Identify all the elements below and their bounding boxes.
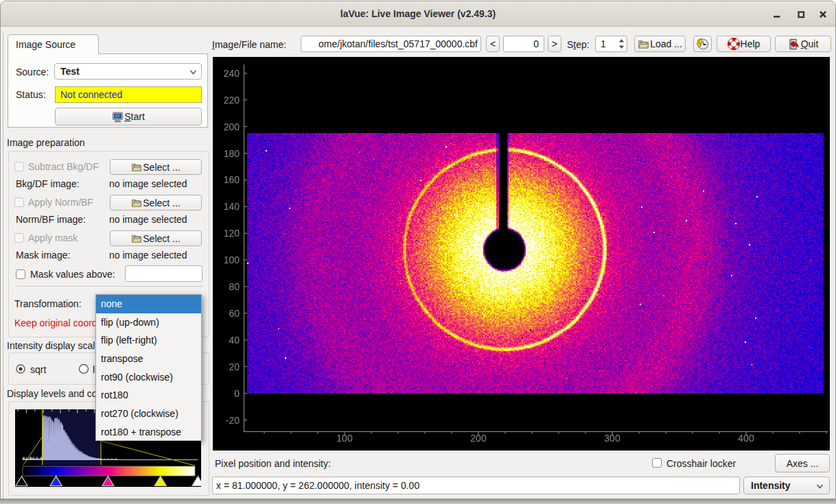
svg-text:60: 60 — [229, 308, 240, 319]
svg-text:220: 220 — [224, 95, 240, 106]
svg-text:300: 300 — [604, 433, 620, 444]
svg-text:100: 100 — [224, 254, 240, 265]
svg-text:120: 120 — [224, 228, 240, 239]
svg-text:20: 20 — [229, 361, 240, 372]
svg-text:160: 160 — [224, 174, 240, 185]
svg-text:100: 100 — [336, 433, 353, 444]
svg-text:80: 80 — [229, 281, 240, 292]
svg-text:0: 0 — [234, 388, 240, 399]
svg-text:40: 40 — [229, 335, 240, 346]
svg-text:140: 140 — [224, 201, 240, 212]
svg-text:180: 180 — [224, 148, 240, 159]
svg-text:200: 200 — [470, 433, 487, 444]
svg-text:240: 240 — [224, 68, 240, 79]
svg-text:200: 200 — [224, 121, 240, 132]
svg-text:-20: -20 — [226, 415, 240, 426]
svg-text:400: 400 — [738, 433, 754, 444]
